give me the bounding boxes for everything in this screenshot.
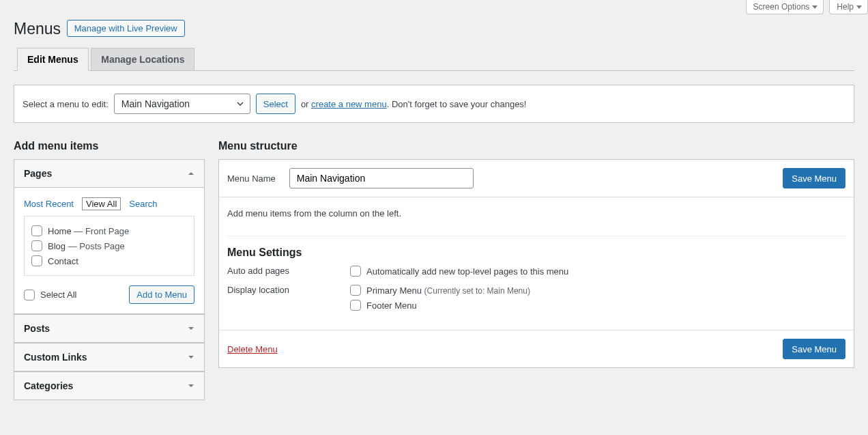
location-primary-label[interactable]: Primary Menu (Currently set to: Main Men… (350, 285, 530, 296)
accordion: Pages Most Recent View All Search Home —… (14, 159, 205, 400)
subtab-view-all[interactable]: View All (82, 197, 121, 210)
tab-manage-locations[interactable]: Manage Locations (91, 48, 194, 71)
create-new-menu-link[interactable]: create a new menu (311, 99, 387, 109)
accordion-title-custom-links: Custom Links (24, 352, 87, 363)
menu-name-input[interactable] (289, 168, 474, 188)
add-to-menu-button[interactable]: Add to Menu (129, 285, 194, 304)
subtab-most-recent[interactable]: Most Recent (24, 199, 74, 209)
page-checkbox[interactable] (31, 240, 42, 251)
or-text: or (301, 99, 309, 109)
save-menu-button-bottom[interactable]: Save Menu (783, 339, 845, 359)
location-primary-hint: (Currently set to: Main Menu) (424, 286, 530, 296)
page-suffix: — Front Page (72, 226, 130, 236)
screen-options-label: Screen Options (753, 2, 810, 12)
page-title: Menus (14, 20, 61, 38)
accordion-header-custom-links[interactable]: Custom Links (14, 343, 204, 371)
page-suffix: — Posts Page (66, 241, 125, 251)
select-button[interactable]: Select (256, 94, 295, 114)
location-footer-checkbox[interactable] (350, 300, 361, 311)
accordion-body-pages: Most Recent View All Search Home — Front… (14, 188, 204, 314)
delete-menu-link[interactable]: Delete Menu (227, 344, 278, 354)
page-title: Blog (48, 241, 66, 251)
save-hint: . Don't forget to save your changes! (387, 99, 527, 109)
tab-edit-menus[interactable]: Edit Menus (17, 48, 89, 71)
menu-settings-heading: Menu Settings (227, 247, 845, 259)
list-item: Blog — Posts Page (31, 238, 187, 253)
caret-down-icon (188, 325, 194, 332)
live-preview-button[interactable]: Manage with Live Preview (67, 20, 185, 37)
page-checkbox[interactable] (31, 255, 42, 266)
menu-name-label: Menu Name (227, 173, 276, 184)
display-location-label: Display location (227, 285, 350, 295)
caret-down-icon (856, 5, 862, 9)
list-item: Contact (31, 253, 187, 268)
help-label: Help (837, 2, 854, 12)
menu-edit-panel: Menu Name Save Menu Add menu items from … (218, 159, 854, 368)
select-all-label[interactable]: Select All (24, 290, 76, 300)
menu-structure-heading: Menu structure (218, 140, 854, 152)
select-prompt: Select a menu to edit: (23, 99, 108, 109)
page-title: Contact (48, 256, 78, 266)
screen-options-tab[interactable]: Screen Options (746, 0, 824, 14)
nav-tab-wrapper: Edit Menus Manage Locations (14, 48, 854, 71)
accordion-header-posts[interactable]: Posts (14, 314, 204, 343)
menu-select-bar: Select a menu to edit: Main Navigation S… (14, 85, 854, 123)
page-checkbox[interactable] (31, 225, 42, 236)
accordion-header-categories[interactable]: Categories (14, 371, 204, 399)
accordion-header-pages[interactable]: Pages (14, 160, 204, 188)
caret-up-icon (188, 170, 194, 177)
caret-down-icon (188, 354, 194, 361)
list-item: Home — Front Page (31, 223, 187, 238)
auto-add-checkbox[interactable] (350, 266, 361, 277)
select-all-checkbox[interactable] (24, 290, 35, 300)
auto-add-pages-label: Auto add pages (227, 266, 350, 276)
caret-down-icon (812, 5, 818, 9)
auto-add-checkbox-label[interactable]: Automatically add new top-level pages to… (350, 266, 568, 277)
location-footer-label[interactable]: Footer Menu (350, 300, 530, 311)
menu-select-dropdown[interactable]: Main Navigation (114, 94, 250, 114)
empty-structure-hint: Add menu items from the column on the le… (227, 208, 845, 219)
caret-down-icon (188, 382, 194, 389)
help-tab[interactable]: Help (829, 0, 868, 14)
accordion-title-categories: Categories (24, 380, 73, 391)
accordion-title-posts: Posts (24, 323, 50, 334)
subtab-search[interactable]: Search (129, 199, 157, 209)
page-title: Home (48, 226, 72, 236)
location-primary-checkbox[interactable] (350, 285, 361, 296)
accordion-title-pages: Pages (24, 168, 52, 179)
save-menu-button-top[interactable]: Save Menu (783, 168, 845, 188)
add-items-heading: Add menu items (14, 140, 205, 152)
page-list: Home — Front Page Blog — Posts Page Cont… (24, 216, 194, 276)
